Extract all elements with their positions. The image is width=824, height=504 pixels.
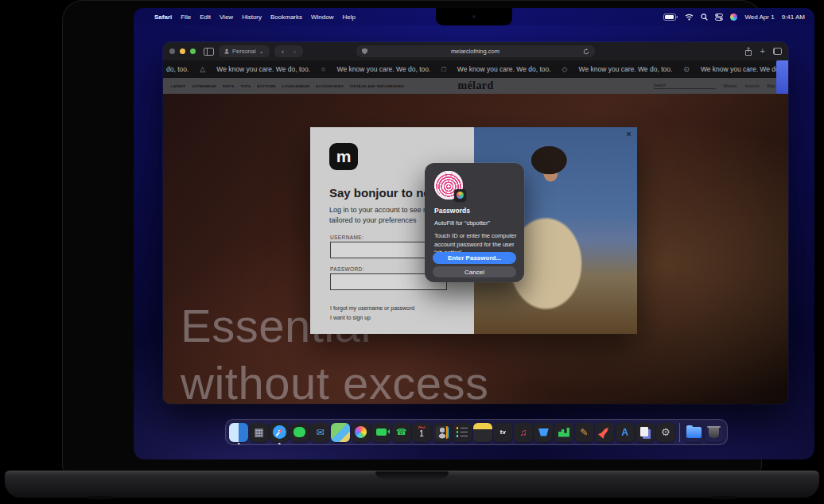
menu-item-window[interactable]: Window xyxy=(311,14,333,21)
pages-glyph: ✎ xyxy=(580,428,588,437)
site-nav-bottoms[interactable]: BOTTOMS xyxy=(257,84,276,88)
trash-icon xyxy=(705,423,724,442)
site-logo[interactable]: mélard xyxy=(457,79,493,92)
contacts-icon xyxy=(433,423,452,442)
notes-icon xyxy=(473,423,492,442)
address-bar[interactable]: melarclothing.com xyxy=(356,45,595,57)
dock-app-reminders[interactable] xyxy=(453,420,472,444)
dock-app-launchpad[interactable]: ▦ xyxy=(250,420,270,444)
menu-status-area: Wed Apr 1 9:41 AM xyxy=(663,14,805,21)
menu-time[interactable]: 9:41 AM xyxy=(782,14,805,21)
tab-group-button[interactable]: Personal ⌄ xyxy=(219,45,270,57)
dock-app-safari[interactable] xyxy=(270,420,290,444)
dock-app-rocket[interactable] xyxy=(595,420,615,444)
running-indicator-dot xyxy=(238,443,240,445)
facetime-glyph xyxy=(376,428,387,436)
site-nav-accessories[interactable]: ACCESSORIES xyxy=(316,84,344,88)
preview-docs-icon xyxy=(635,423,655,442)
photos-glyph xyxy=(355,426,367,438)
modal-close-icon[interactable]: × xyxy=(626,130,632,139)
site-nav-loungewear[interactable]: LOUNGEWEAR xyxy=(282,84,310,88)
downloads-glyph xyxy=(686,427,702,438)
numbers-icon xyxy=(554,423,573,442)
site-search-field[interactable]: Search xyxy=(654,83,716,89)
history-nav-buttons: ‹ › xyxy=(274,45,303,57)
site-nav-latest[interactable]: LATEST xyxy=(171,84,185,88)
dock-app-facetime[interactable] xyxy=(371,420,391,444)
system-settings-icon: ⚙ xyxy=(656,423,675,442)
signup-link[interactable]: I want to sign up xyxy=(330,315,371,320)
siri-icon[interactable] xyxy=(730,14,737,21)
dock-app-app-store[interactable]: A xyxy=(615,420,635,444)
dock-app-keynote[interactable] xyxy=(534,420,554,444)
back-button[interactable]: ‹ xyxy=(282,48,284,56)
control-center-icon[interactable] xyxy=(715,14,723,21)
menu-item-edit[interactable]: Edit xyxy=(200,14,211,21)
dock-app-maps[interactable] xyxy=(331,420,351,444)
tab-overview-icon[interactable] xyxy=(773,48,782,55)
site-nav-knits[interactable]: KNITS xyxy=(223,84,234,88)
dock-app-trash[interactable] xyxy=(705,420,725,444)
macbook-base xyxy=(5,471,819,498)
new-tab-button[interactable]: + xyxy=(760,47,765,56)
dock-app-pages[interactable]: ✎ xyxy=(574,420,594,444)
window-zoom-button[interactable] xyxy=(190,48,196,54)
window-minimize-button[interactable] xyxy=(180,48,185,54)
menu-item-history[interactable]: History xyxy=(242,14,262,21)
base-foot xyxy=(708,496,740,499)
calendar-glyph: Wed1 xyxy=(418,426,425,438)
reload-icon[interactable] xyxy=(583,48,589,55)
dock-app-messages[interactable] xyxy=(290,420,310,444)
numbers-glyph xyxy=(558,428,569,437)
messages-glyph xyxy=(293,427,305,437)
tv-glyph: tv xyxy=(500,429,506,436)
username-label: USERNAME: xyxy=(330,235,363,240)
dock-app-mail[interactable]: ✉ xyxy=(310,420,330,444)
menu-date[interactable]: Wed Apr 1 xyxy=(744,14,774,21)
site-nav-outerwear[interactable]: OUTERWEAR xyxy=(192,84,216,88)
dock-app-contacts[interactable] xyxy=(432,420,452,444)
dock-app-tv[interactable]: tv xyxy=(493,420,513,444)
battery-icon[interactable] xyxy=(663,14,678,21)
dock-app-preview-docs[interactable] xyxy=(635,420,655,444)
ticker-text: We know you care. We do, too. xyxy=(701,65,788,73)
menu-item-file[interactable]: File xyxy=(181,14,191,21)
dock-app-system-settings[interactable]: ⚙ xyxy=(655,420,675,444)
dialog-app-title: Passwords xyxy=(434,207,516,215)
sidebar-toggle-icon[interactable] xyxy=(204,48,214,56)
dock-app-music[interactable]: ♫ xyxy=(514,420,534,444)
forgot-credentials-link[interactable]: I forgot my username or password xyxy=(330,305,414,311)
dock-app-phone[interactable]: ☎ xyxy=(391,420,411,444)
site-nav-tops[interactable]: TOPS xyxy=(240,84,251,88)
menu-item-view[interactable]: View xyxy=(220,14,233,21)
base-foot xyxy=(84,496,116,499)
tab-group-label: Personal xyxy=(232,48,256,55)
menu-item-help[interactable]: Help xyxy=(342,14,355,21)
hero-headline-line2: without excess xyxy=(181,356,488,404)
promo-blue-tab[interactable] xyxy=(776,60,788,94)
site-nav-vintage-and-refurbished[interactable]: VINTAGE AND REFURBISHED xyxy=(350,84,404,88)
window-close-button[interactable] xyxy=(169,48,175,54)
dock-app-photos[interactable] xyxy=(351,420,371,444)
dock-app-downloads[interactable] xyxy=(684,420,704,444)
site-link-mission[interactable]: Mission xyxy=(724,83,737,88)
desktop: SafariFileEditViewHistoryBookmarksWindow… xyxy=(134,8,814,459)
menu-item-safari[interactable]: Safari xyxy=(154,14,172,21)
share-icon[interactable] xyxy=(744,47,752,56)
menu-item-bookmarks[interactable]: Bookmarks xyxy=(270,14,302,21)
downloads-icon xyxy=(684,423,703,442)
dock-app-finder[interactable] xyxy=(229,420,249,444)
search-icon[interactable] xyxy=(701,14,708,21)
wifi-icon[interactable] xyxy=(685,14,694,21)
system-settings-glyph: ⚙ xyxy=(661,427,670,437)
ticker-pictogram-icon: ◇ xyxy=(562,65,568,73)
cancel-button[interactable]: Cancel xyxy=(433,266,516,277)
rocket-icon xyxy=(595,423,614,442)
dock-app-calendar[interactable]: Wed1 xyxy=(412,420,432,444)
forward-button[interactable]: › xyxy=(293,48,296,56)
enter-password-button[interactable]: Enter Password... xyxy=(433,252,516,264)
dock-app-numbers[interactable] xyxy=(554,420,574,444)
dock-app-notes[interactable] xyxy=(473,420,493,444)
site-link-account[interactable]: Account xyxy=(745,83,760,88)
passwords-app-badge-icon xyxy=(454,189,466,201)
